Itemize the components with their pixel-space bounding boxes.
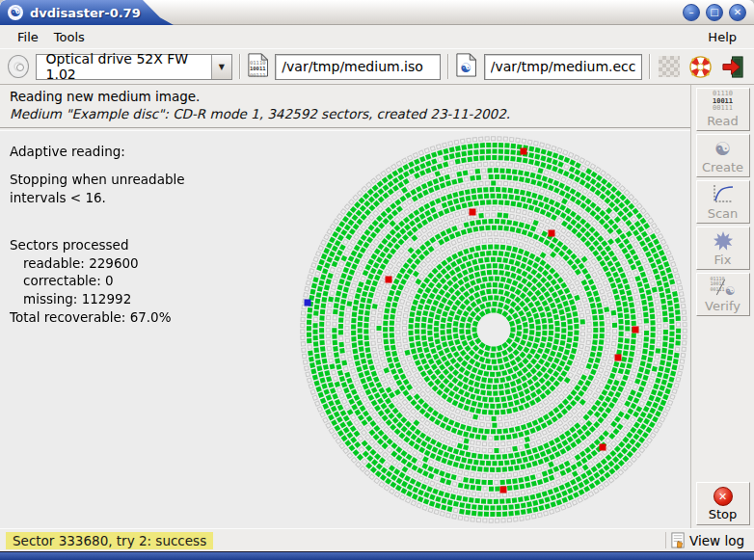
drive-selector-value: Optical drive 52X FW 1.02 xyxy=(37,55,211,79)
ecc-path-input[interactable] xyxy=(484,54,642,80)
preferences-button-disabled[interactable] xyxy=(658,54,681,80)
lifebelt-icon xyxy=(688,55,713,79)
splat-icon xyxy=(713,230,734,252)
yin-yang-icon: ☯ xyxy=(714,138,731,159)
status-message: Sector 333680, try 2: success xyxy=(6,532,213,549)
separator xyxy=(239,54,241,79)
binary-icon: 01110 10011 00111 xyxy=(713,92,733,113)
info-stopping-line2: intervals < 16. xyxy=(10,189,185,207)
drive-selector[interactable]: Optical drive 52X FW 1.02 ▼ xyxy=(36,54,232,80)
info-stopping-line1: Stopping when unreadable xyxy=(10,171,185,189)
action-status-text: Reading new medium image. xyxy=(10,89,681,104)
read-button-label: Read xyxy=(707,114,739,128)
statusbar: Sector 333680, try 2: success View log xyxy=(0,528,754,551)
view-log-label: View log xyxy=(689,533,744,548)
separator xyxy=(447,54,449,79)
toolbar: Optical drive 52X FW 1.02 ▼ 01110 10011 … xyxy=(0,48,754,85)
fix-button[interactable]: Fix xyxy=(696,227,750,270)
ecc-file-icon: ☯ xyxy=(456,53,476,80)
compare-icon: 01110 10011 00111 ☯ xyxy=(711,277,736,298)
info-correctable: correctable: 0 xyxy=(10,272,185,290)
info-total-recoverable: Total recoverable: 67.0% xyxy=(10,308,185,327)
help-lifebelt-button[interactable] xyxy=(687,54,714,80)
app-yin-yang-icon: ☯ xyxy=(8,5,23,20)
checkered-icon xyxy=(659,56,680,77)
main-panel: Adaptive reading: Stopping when unreadab… xyxy=(0,131,690,528)
window-title: dvdisaster-0.79 xyxy=(30,6,141,20)
info-missing: missing: 112992 xyxy=(10,290,185,308)
stop-button[interactable]: ✕ Stop xyxy=(696,482,750,525)
exit-door-icon xyxy=(721,55,745,79)
window-bottom-border xyxy=(0,551,754,560)
menu-help[interactable]: Help xyxy=(700,28,744,46)
verify-button-label: Verify xyxy=(705,299,741,313)
image-file-icon: 01110 10011 00111 xyxy=(248,53,268,80)
create-button[interactable]: ☯ Create xyxy=(696,134,750,177)
title-tab: ☯ dvdisaster-0.79 xyxy=(0,0,175,25)
titlebar[interactable]: ☯ dvdisaster-0.79 – □ ✕ xyxy=(0,0,754,25)
read-button[interactable]: 01110 10011 00111 Read xyxy=(696,88,750,131)
menubar: File Tools Help xyxy=(0,25,754,48)
stop-icon: ✕ xyxy=(714,487,733,506)
info-readable: readable: 229600 xyxy=(10,254,185,273)
fix-button-label: Fix xyxy=(714,253,732,267)
create-button-label: Create xyxy=(702,160,743,174)
info-panel: Adaptive reading: Stopping when unreadab… xyxy=(10,143,185,327)
separator xyxy=(649,54,651,79)
iso-path-input[interactable] xyxy=(275,54,441,80)
info-mode-label: Adaptive reading: xyxy=(10,143,185,161)
log-document-icon xyxy=(670,532,687,548)
minimize-button[interactable]: – xyxy=(683,4,700,21)
curve-chart-icon xyxy=(712,184,735,205)
close-button[interactable]: ✕ xyxy=(729,4,746,21)
stop-button-label: Stop xyxy=(709,507,738,521)
medium-info-text: Medium "Example disc": CD-R mode 1, 3425… xyxy=(10,106,681,121)
view-log-button[interactable]: View log xyxy=(665,532,748,548)
maximize-button[interactable]: □ xyxy=(706,4,723,21)
info-sectors-title: Sectors processed xyxy=(10,236,185,254)
optical-disc-icon xyxy=(8,55,29,78)
scan-button[interactable]: Scan xyxy=(696,180,750,224)
dropdown-arrow-icon[interactable]: ▼ xyxy=(211,55,231,79)
menu-tools[interactable]: Tools xyxy=(46,28,93,46)
dvdisaster-window: ☯ dvdisaster-0.79 – □ ✕ File Tools Help … xyxy=(0,0,754,560)
menu-file[interactable]: File xyxy=(10,28,46,46)
quit-button[interactable] xyxy=(720,54,746,80)
verify-button[interactable]: 01110 10011 00111 ☯ Verify xyxy=(696,273,750,316)
scan-button-label: Scan xyxy=(708,206,739,221)
sidebar: 01110 10011 00111 Read ☯ Create xyxy=(690,85,754,528)
status-header: Reading new medium image. Medium "Exampl… xyxy=(0,85,690,127)
